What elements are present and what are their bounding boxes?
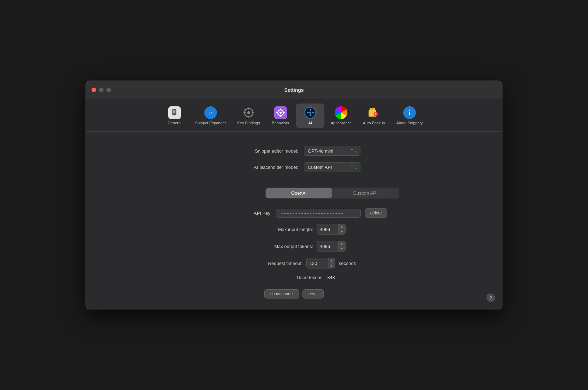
svg-point-27	[313, 112, 314, 113]
maximize-button[interactable]	[106, 88, 111, 92]
auto-backup-icon: !	[368, 106, 380, 119]
used-tokens-row: Used tokens: 343	[100, 275, 488, 280]
help-button[interactable]: ?	[487, 294, 495, 302]
request-timeout-input[interactable]: 120	[307, 259, 328, 267]
window-title: Settings	[284, 87, 304, 93]
snippet-editor-model-select-wrapper: GPT-4o mini GPT-4o GPT-3.5 Turbo Custom …	[304, 146, 360, 156]
tab-auto-backup[interactable]: ! Auto Backup	[358, 104, 390, 128]
snippet-expander-icon: ↔	[204, 106, 217, 119]
used-tokens-value: 343	[327, 275, 335, 280]
tab-general[interactable]: General	[160, 104, 189, 128]
titlebar: Settings	[86, 81, 502, 99]
tab-key-bindings-label: Key Bindings	[237, 121, 260, 125]
svg-rect-21	[283, 112, 285, 113]
used-tokens-label: Used tokens:	[253, 275, 324, 280]
tab-about-label: About Snippety	[396, 121, 423, 125]
content-area: Snippet editor model: GPT-4o mini GPT-4o…	[86, 132, 502, 309]
ai-icon	[304, 106, 317, 119]
svg-rect-20	[276, 112, 278, 113]
max-input-length-label: Max input length:	[242, 227, 313, 232]
max-input-length-down[interactable]: ▼	[339, 229, 345, 234]
svg-text:!: !	[375, 112, 376, 116]
svg-point-25	[310, 115, 311, 116]
action-buttons: show usage reset	[264, 289, 324, 299]
toolbar: General ↔ Snippet Expander	[86, 99, 502, 132]
ai-placeholder-model-select-wrapper: Custom API GPT-4o mini GPT-4o GPT-3.5 Tu…	[304, 162, 360, 172]
tab-behaviors[interactable]: Behaviors	[266, 104, 295, 128]
svg-rect-19	[280, 115, 281, 117]
max-output-tokens-input[interactable]: 4096	[317, 242, 338, 250]
svg-rect-1	[173, 110, 175, 113]
tab-ai[interactable]: AI	[296, 104, 324, 128]
max-output-tokens-label: Max output tokens:	[242, 244, 313, 249]
api-key-field[interactable]: ●●●●●●●●●●●●●●●●●●●●●●	[276, 209, 361, 218]
behaviors-icon	[274, 106, 287, 119]
tab-appearance[interactable]: Appearance	[326, 104, 357, 128]
tab-ai-label: AI	[308, 121, 312, 125]
request-timeout-row: Request timeout: 120 ▲ ▼ seconds	[100, 258, 488, 268]
close-button[interactable]	[92, 88, 96, 92]
svg-rect-7	[248, 107, 249, 110]
tab-auto-backup-label: Auto Backup	[363, 121, 385, 125]
svg-rect-32	[371, 108, 374, 110]
segment-control: OpenAI Custom API	[265, 188, 399, 199]
tab-behaviors-label: Behaviors	[272, 121, 289, 125]
settings-grid: Snippet editor model: GPT-4o mini GPT-4o…	[100, 146, 488, 299]
request-timeout-stepper-buttons: ▲ ▼	[328, 258, 335, 268]
max-input-length-up[interactable]: ▲	[339, 224, 345, 229]
max-input-length-input[interactable]: 4096	[317, 225, 338, 234]
minimize-button[interactable]	[99, 88, 104, 92]
svg-point-23	[309, 112, 311, 114]
about-icon: i	[403, 106, 416, 119]
ai-placeholder-model-row: AI placeholder model: Custom API GPT-4o …	[100, 162, 488, 172]
max-output-tokens-row: Max output tokens: 4096 ▲ ▼	[100, 241, 488, 252]
svg-point-26	[307, 112, 308, 113]
svg-rect-8	[248, 116, 249, 118]
svg-point-17	[280, 112, 282, 114]
max-input-length-row: Max input length: 4096 ▲ ▼	[100, 224, 488, 235]
traffic-lights	[92, 88, 111, 92]
max-input-length-stepper-buttons: ▲ ▼	[338, 224, 345, 234]
segment-control-row: OpenAI Custom API	[100, 181, 488, 208]
tab-snippet-expander-label: Snippet Expander	[195, 121, 226, 125]
ai-placeholder-model-select[interactable]: Custom API GPT-4o mini GPT-4o GPT-3.5 Tu…	[304, 162, 360, 172]
settings-window: Settings General ↔ Snippet Expand	[86, 81, 502, 309]
max-output-tokens-stepper: 4096 ▲ ▼	[317, 241, 346, 252]
api-key-label: API Key:	[201, 211, 272, 216]
max-output-tokens-down[interactable]: ▼	[339, 246, 345, 251]
request-timeout-down[interactable]: ▼	[328, 263, 335, 268]
svg-rect-2	[174, 114, 175, 114]
svg-point-6	[247, 111, 250, 114]
segment-openai-button[interactable]: OpenAI	[266, 188, 332, 198]
max-output-tokens-up[interactable]: ▲	[339, 241, 345, 246]
max-input-length-stepper: 4096 ▲ ▼	[317, 224, 346, 235]
request-timeout-label: Request timeout:	[232, 261, 303, 266]
tab-about[interactable]: i About Snippety	[391, 104, 428, 128]
svg-text:i: i	[408, 109, 410, 116]
svg-rect-18	[280, 108, 281, 110]
tab-key-bindings[interactable]: Key Bindings	[232, 104, 265, 128]
tab-general-label: General	[167, 121, 181, 125]
api-key-row: API Key: ●●●●●●●●●●●●●●●●●●●●●● delete	[100, 208, 488, 218]
request-timeout-units: seconds	[339, 261, 356, 266]
delete-api-key-button[interactable]: delete	[365, 208, 387, 218]
snippet-editor-model-row: Snippet editor model: GPT-4o mini GPT-4o…	[100, 146, 488, 156]
request-timeout-stepper: 120 ▲ ▼	[306, 258, 335, 268]
segment-custom-api-button[interactable]: Custom API	[332, 188, 399, 198]
svg-point-24	[310, 109, 311, 110]
general-icon	[168, 106, 181, 119]
ai-placeholder-model-label: AI placeholder model:	[228, 165, 298, 170]
request-timeout-up[interactable]: ▲	[328, 258, 335, 263]
appearance-icon	[335, 106, 347, 119]
tab-snippet-expander[interactable]: ↔ Snippet Expander	[190, 104, 231, 128]
snippet-editor-model-select[interactable]: GPT-4o mini GPT-4o GPT-3.5 Turbo Custom …	[304, 146, 360, 156]
snippet-editor-model-label: Snippet editor model:	[228, 148, 298, 154]
show-usage-button[interactable]: show usage	[264, 289, 299, 299]
tab-appearance-label: Appearance	[331, 121, 352, 125]
svg-text:↔: ↔	[208, 110, 213, 116]
help-icon: ?	[489, 295, 492, 301]
key-bindings-icon	[242, 106, 255, 119]
svg-rect-10	[252, 112, 254, 113]
reset-button[interactable]: reset	[302, 289, 324, 299]
svg-rect-9	[243, 112, 246, 113]
